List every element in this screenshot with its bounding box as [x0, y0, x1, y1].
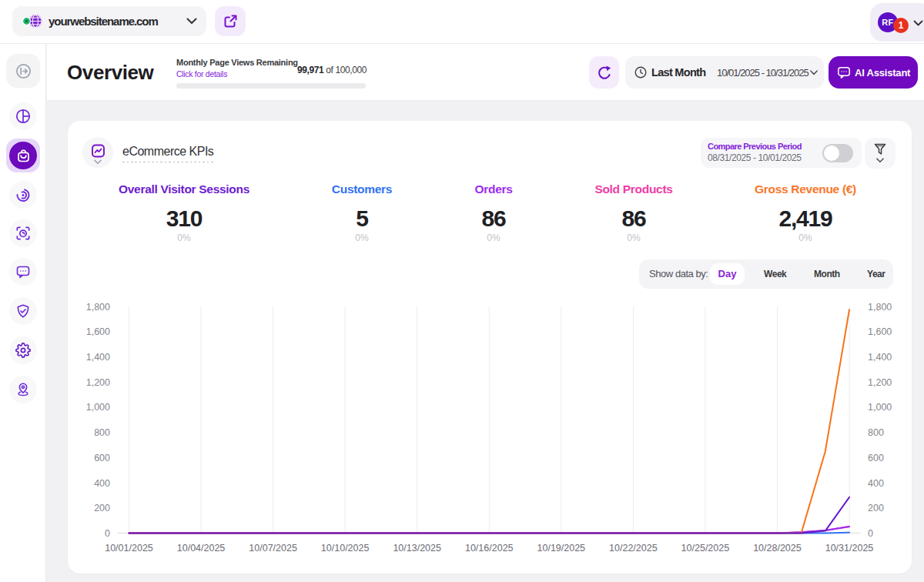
svg-text:1,400: 1,400 — [86, 352, 110, 363]
svg-text:10/22/2025: 10/22/2025 — [609, 543, 658, 554]
svg-text:1,200: 1,200 — [86, 377, 110, 388]
svg-text:0: 0 — [105, 528, 110, 539]
svg-text:600: 600 — [94, 453, 110, 463]
svg-text:1,200: 1,200 — [868, 377, 892, 388]
svg-text:600: 600 — [868, 453, 884, 463]
svg-text:800: 800 — [94, 427, 110, 438]
svg-text:10/19/2025: 10/19/2025 — [537, 543, 586, 554]
svg-text:1,000: 1,000 — [86, 402, 110, 413]
svg-text:1,800: 1,800 — [868, 302, 892, 313]
svg-text:10/04/2025: 10/04/2025 — [177, 543, 226, 554]
svg-text:1,800: 1,800 — [86, 302, 110, 313]
svg-text:10/01/2025: 10/01/2025 — [105, 543, 153, 554]
svg-text:10/16/2025: 10/16/2025 — [465, 543, 514, 554]
svg-text:400: 400 — [94, 478, 110, 489]
svg-text:200: 200 — [94, 503, 110, 513]
svg-text:0: 0 — [868, 528, 873, 539]
svg-text:10/31/2025: 10/31/2025 — [825, 543, 874, 554]
svg-text:10/13/2025: 10/13/2025 — [393, 543, 441, 554]
svg-text:200: 200 — [868, 503, 884, 513]
svg-text:10/28/2025: 10/28/2025 — [753, 543, 802, 554]
svg-text:1,000: 1,000 — [868, 402, 892, 413]
svg-text:10/10/2025: 10/10/2025 — [321, 543, 370, 554]
svg-text:400: 400 — [868, 478, 884, 489]
svg-text:1,600: 1,600 — [868, 326, 892, 337]
svg-text:1,400: 1,400 — [868, 352, 892, 363]
svg-text:10/07/2025: 10/07/2025 — [249, 543, 297, 554]
svg-text:10/25/2025: 10/25/2025 — [681, 543, 730, 554]
svg-text:1,600: 1,600 — [86, 326, 110, 337]
svg-text:800: 800 — [868, 427, 884, 438]
